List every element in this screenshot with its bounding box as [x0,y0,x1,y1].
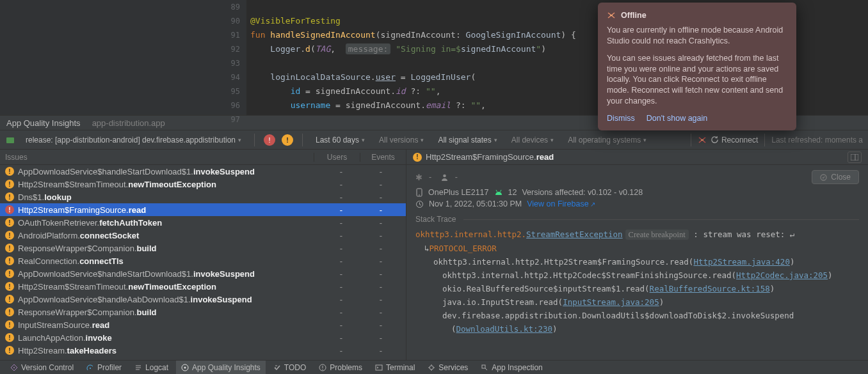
issue-severity-icon: ! [5,256,14,265]
stack-frame-link[interactable]: Http2Stream.java:420 [693,257,790,267]
col-events[interactable]: Events [360,153,406,162]
col-issues[interactable]: Issues [0,153,314,162]
todo-icon [273,364,281,371]
tab-version control[interactable]: Version Control [5,361,79,375]
issue-severity-icon: ! [5,320,14,329]
issue-row[interactable]: ! Http2Stream$FramingSource.read - - [0,203,406,216]
issue-row[interactable]: ! AppDownloadService$handleAabDownload$1… [0,293,406,306]
tab-logcat[interactable]: Logcat [129,361,173,375]
svg-point-3 [443,174,446,177]
release-selector[interactable]: release: [app-distribution-android] dev.… [22,134,245,146]
svg-rect-1 [851,154,858,160]
versions-affected: Versions affected: v0.102 - v0.128 [522,188,643,197]
tab-services[interactable]: Services [422,361,473,375]
issue-row[interactable]: ! AndroidPlatform.connectSocket - - [0,229,406,242]
android-icon [494,189,503,196]
issue-row[interactable]: ! Dns$1.lookup - - [0,191,406,203]
issue-severity-icon: ! [5,231,14,240]
close-button[interactable]: Close [812,170,859,184]
dismiss-link[interactable]: Dismiss [607,113,635,124]
issue-severity-icon: ! [5,167,14,176]
issue-row[interactable]: ! RealConnection.connectTls - - [0,254,406,267]
chevron-down-icon: ▾ [238,137,241,143]
device-row: OnePlus LE2117 12 Versions affected: v0.… [406,187,868,198]
issue-severity-icon: ! [5,269,14,278]
issue-row[interactable]: ! Http2Stream.takeHeaders - - [0,344,406,357]
svg-line-25 [485,368,487,370]
issue-timestamp: Nov 1, 2022, 05:01:30 PM [429,199,522,208]
issue-severity-icon: ! [5,192,14,201]
signal-icon[interactable]: ✱ [415,173,422,182]
aqi-panel-title: App Quality Insights [6,118,81,128]
issue-row[interactable]: ! ResponseWrapper$Companion.build - - [0,242,406,254]
detail-pane: ! Http2Stream$FramingSource.read ✱ - - C… [406,150,868,360]
stack-trace[interactable]: okhttp3.internal.http2.StreamResetExcept… [406,224,868,339]
bottom-tool-tabs: Version Control Profiler Logcat App Qual… [0,360,868,374]
offline-icon [698,136,707,144]
git-icon [10,364,18,371]
issue-row[interactable]: ! Http2Stream$StreamTimeout.newTimeoutEx… [0,280,406,293]
issue-row[interactable]: ! Http2Stream$StreamTimeout.newTimeoutEx… [0,178,406,191]
devices-filter[interactable]: All devices▾ [508,134,558,146]
stack-frame-link[interactable]: DownloadUtils.kt:230 [456,324,553,334]
col-users[interactable]: Users [314,153,360,162]
stack-frame-link[interactable]: InputStream.java:205 [563,297,659,307]
issue-row[interactable]: ! LaunchAppAction.invoke - - [0,331,406,344]
nonfatal-filter-toggle[interactable]: ! [282,134,293,146]
issue-row[interactable]: ! AppDownloadService$handleStartDownload… [0,267,406,280]
issue-row[interactable]: ! InputStreamSource.read - - [0,318,406,331]
user-icon [440,173,449,182]
issue-severity-icon: ! [5,218,14,227]
svg-point-16 [184,366,186,368]
external-link-icon: ↗ [590,201,595,208]
offline-popup-header: Offline [607,10,787,21]
divider [302,134,303,146]
os-filter[interactable]: All operating systems▾ [564,134,650,146]
services-icon [428,364,435,371]
aqi-icon [181,364,189,371]
tab-app quality insights[interactable]: App Quality Insights [176,361,266,375]
layout-toggle[interactable] [848,152,862,163]
issue-row[interactable]: ! AppDownloadService$handleStartDownload… [0,165,406,178]
svg-point-23 [430,366,433,370]
issue-severity-icon: ! [5,205,14,214]
line-gutter: 899091929394959697 [195,0,246,115]
tab-terminal[interactable]: Terminal [370,361,420,375]
signal-filter[interactable]: All signal states▾ [434,134,501,146]
view-on-firebase-link[interactable]: View on Firebase↗ [527,199,595,208]
tab-profiler[interactable]: Profiler [81,361,127,375]
time-filter[interactable]: Last 60 days▾ [312,134,369,146]
issues-table-header: Issues Users Events [0,150,406,165]
last-refreshed-label: Last refreshed: moments a [771,136,863,144]
issues-list[interactable]: ! AppDownloadService$handleStartDownload… [0,165,406,360]
issues-pane: Issues Users Events ! AppDownloadService… [0,150,406,360]
issue-severity-icon: ! [5,244,14,253]
issue-severity-icon: ! [5,180,14,189]
svg-rect-24 [482,365,485,368]
tab-problems[interactable]: Problems [314,361,367,375]
create-breakpoint-link[interactable]: Create breakpoint [625,230,689,240]
svg-point-11 [90,368,91,369]
stack-frame-link[interactable]: Http2Codec.java:205 [736,270,828,280]
api-level: 12 [508,188,517,197]
issue-row[interactable]: ! ResponseWrapper$Companion.build - - [0,306,406,318]
issue-severity-icon: ! [5,282,14,291]
svg-point-21 [323,369,323,370]
tab-app inspection[interactable]: App Inspection [476,361,547,375]
nav-text: - [429,173,434,182]
stack-trace-label: Stack Trace [406,212,868,224]
logcat-icon [134,364,142,371]
tab-todo[interactable]: TODO [268,361,311,375]
stack-frame-link[interactable]: RealBufferedSource.kt:158 [650,284,770,293]
issue-row[interactable]: ! OAuthTokenRetriever.fetchAuthToken - - [0,216,406,229]
dont-show-link[interactable]: Don't show again [647,113,708,124]
aqi-app-name: app-distribution.app [92,118,165,128]
versions-filter[interactable]: All versions▾ [375,134,428,146]
reconnect-button[interactable]: Reconnect [711,136,758,144]
module-icon [5,135,15,145]
device-name: OnePlus LE2117 [428,188,489,197]
terminal-icon [375,364,383,371]
nav-text2: - [455,173,458,182]
issue-severity-icon: ! [5,346,14,355]
fatal-filter-toggle[interactable]: ! [264,134,275,146]
